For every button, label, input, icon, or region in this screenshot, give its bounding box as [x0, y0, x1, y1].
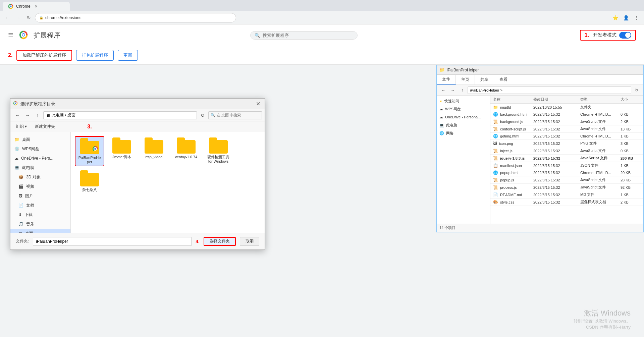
search-box[interactable]: 🔍 [250, 31, 358, 40]
exp-file-row[interactable]: 🖼icon.png 2022/8/15 15:32 PNG 文件 3 KB [490, 140, 643, 147]
sidebar-item-onedrive[interactable]: ☁ OneDrive - Pers... [10, 154, 70, 163]
explorer-tab-home[interactable]: 主页 [456, 75, 475, 85]
exp-file-row[interactable]: 📜process.js 2022/8/15 15:32 JavaScript 文… [490, 184, 643, 191]
filename-label: 文件夹: [16, 238, 29, 244]
file-item-hardware[interactable]: 硬件检测工具 for Windows [204, 136, 233, 166]
file-item-ipaibanprohelper[interactable]: iPaiBanProHelper [75, 136, 104, 166]
explorer-tab-file[interactable]: 文件 [437, 75, 456, 85]
pack-ext-btn[interactable]: 打包扩展程序 [76, 50, 114, 61]
dialog-sidebar: 📁 桌面 💿 WPS网盘 ☁ OneDrive - Pers... 💻 [10, 132, 71, 233]
exp-left-quick-access[interactable]: ★ 快速访问 [437, 97, 490, 105]
dialog-toolbar2: 组织 ▾ 新建文件夹 3. [10, 121, 265, 132]
tab-close-btn[interactable]: ✕ [35, 4, 38, 9]
exp-path-bar[interactable]: iPaiBanProHelper > [468, 87, 631, 94]
dialog-titlebar: 选择扩展程序目录 ✕ [10, 99, 265, 109]
dev-mode-toggle[interactable] [619, 32, 631, 39]
file-item-jmeter[interactable]: Jmeter脚本 [107, 136, 137, 166]
exp-file-row[interactable]: 📄README.md 2022/8/15 15:32 MD 文件 1 KB [490, 191, 643, 199]
exp-filename: getimg.html [500, 134, 519, 138]
exp-file-row[interactable]: 📋manifest.json 2022/8/15 15:32 JSON 文件 1… [490, 162, 643, 169]
sidebar-item-3d[interactable]: 📦 3D 对象 [10, 172, 70, 182]
exp-forward-btn[interactable]: → [449, 86, 457, 94]
file-label: 杂七杂八 [82, 188, 97, 192]
exp-file-row[interactable]: 📜content-script.js 2022/8/15 15:32 JavaS… [490, 125, 643, 133]
profile-btn[interactable]: 👤 [621, 13, 631, 22]
exp-left-wps[interactable]: ☁ WPS网盘 [437, 105, 490, 113]
sidebar-item-wps[interactable]: 💿 WPS网盘 [10, 144, 70, 154]
file-item-misc[interactable]: 杂七杂八 [75, 169, 104, 193]
sidebar-icon: ☁ [14, 156, 18, 161]
file-item-rtsp[interactable]: rtsp_video [139, 136, 169, 166]
explorer-tab-share[interactable]: 共享 [475, 75, 494, 85]
extensions-page: ☰ 扩展程序 🔍 1. 开发者模式 [0, 24, 644, 337]
html-icon: 🌐 [493, 134, 498, 138]
forward-btn[interactable]: → [13, 13, 23, 22]
exp-file-row[interactable]: 📜popup.js 2022/8/15 15:32 JavaScript 文件 … [490, 176, 643, 184]
sidebar-item-video[interactable]: 🎬 视频 [10, 182, 70, 191]
sidebar-icon: 💻 [14, 165, 19, 170]
select-folder-btn[interactable]: 选择文件夹 [204, 237, 236, 246]
new-folder-btn[interactable]: 新建文件夹 [32, 123, 58, 130]
load-unpacked-btn[interactable]: 加载已解压的扩展程序 [16, 50, 72, 61]
sidebar-label: 桌面 [22, 137, 30, 143]
sidebar-item-music[interactable]: 🎵 音乐 [10, 219, 70, 229]
dialog-refresh-btn[interactable]: ↻ [198, 111, 207, 120]
breadcrumb[interactable]: 🖥 此电脑 › 桌面 [43, 111, 197, 119]
exp-date: 2022/8/15 15:32 [533, 200, 580, 204]
exp-date: 2022/8/15 15:32 [533, 127, 580, 131]
exp-size: 3 KB [621, 142, 641, 146]
exp-file-row[interactable]: 🌐background.html 2022/8/15 15:32 Chrome … [490, 111, 643, 118]
dialog-forward-btn[interactable]: → [23, 111, 32, 120]
filename-input[interactable] [33, 237, 192, 246]
reload-btn[interactable]: ↻ [24, 13, 34, 22]
folder-icon: 📁 [493, 105, 498, 110]
exp-back-btn[interactable]: ← [439, 86, 447, 94]
exp-left-thispc[interactable]: 💻 此电脑 [437, 121, 490, 129]
sidebar-item-downloads[interactable]: ⬇ 下载 [10, 210, 70, 219]
organize-btn[interactable]: 组织 ▾ [13, 123, 30, 130]
browser-tab[interactable]: Chrome ✕ [3, 2, 70, 11]
file-item-ventoy[interactable]: ventoy-1.0.74 [171, 136, 201, 166]
menu-btn[interactable]: ⋮ [632, 13, 641, 22]
back-btn[interactable]: ← [3, 13, 12, 22]
sidebar-item-desktop-2[interactable]: 🖥 桌面 [10, 229, 70, 233]
dialog-up-btn[interactable]: ↑ [33, 111, 42, 120]
col-type: 类型 [580, 97, 621, 102]
dialog-back-btn[interactable]: ← [13, 111, 22, 120]
cancel-btn[interactable]: 取消 [240, 237, 259, 246]
dialog-close-btn[interactable]: ✕ [254, 100, 262, 108]
sidebar-label: 下载 [24, 212, 33, 218]
step2-label: 2. [8, 52, 12, 58]
exp-file-row[interactable]: 🌐popup.html 2022/8/15 15:32 Chrome HTML … [490, 169, 643, 176]
exp-left-network[interactable]: 🌐 网络 [437, 129, 490, 137]
exp-file-row[interactable]: 📜background.js 2022/8/15 15:32 JavaScrip… [490, 118, 643, 125]
sidebar-item-pictures[interactable]: 🖼 图片 [10, 191, 70, 201]
sidebar-item-docs[interactable]: 📄 文档 [10, 201, 70, 210]
exp-file-row[interactable]: 📜inject.js 2022/8/15 15:32 JavaScript 文件… [490, 147, 643, 155]
dialog-title: 选择扩展程序目录 [20, 101, 251, 107]
update-btn[interactable]: 更新 [118, 50, 138, 61]
exp-path-text: iPaiBanProHelper > [470, 88, 502, 92]
browser-window: Chrome ✕ ← → ↻ 🔒 chrome://extensions ⭐ 👤… [0, 0, 644, 337]
exp-file-row[interactable]: 🌐getimg.html 2022/8/15 15:32 Chrome HTML… [490, 133, 643, 140]
exp-file-row[interactable]: 📜jquery-1.8.3.js 2022/8/15 15:32 JavaScr… [490, 155, 643, 162]
exp-type: MD 文件 [580, 192, 621, 197]
svg-point-8 [94, 148, 96, 150]
address-bar[interactable]: 🔒 chrome://extensions [35, 13, 236, 22]
exp-file-row[interactable]: 📁imgdld 2022/10/20 15:55 文件夹 [490, 104, 643, 111]
search-input[interactable] [263, 33, 353, 38]
exp-up-btn[interactable]: ↑ [458, 86, 466, 94]
exp-left-onedrive[interactable]: ☁ OneDrive - Persona... [437, 113, 490, 121]
bookmark-btn[interactable]: ⭐ [610, 13, 620, 22]
sidebar-item-thispc[interactable]: 💻 此电脑 [10, 163, 70, 172]
exp-file-row[interactable]: 🎨style.css 2022/8/15 15:32 层叠样式表文档 2 KB [490, 199, 643, 206]
exp-refresh-btn[interactable]: ↻ [633, 86, 641, 94]
explorer-tab-view[interactable]: 查看 [494, 75, 513, 85]
menu-icon[interactable]: ☰ [8, 32, 13, 39]
js-icon: 📜 [493, 127, 498, 131]
sidebar-label: 3D 对象 [26, 174, 41, 180]
sidebar-item-desktop-1[interactable]: 📁 桌面 [10, 135, 70, 144]
dialog-search-box[interactable]: 🔍 在 桌面 中搜索 [208, 111, 262, 119]
exp-filename: process.js [500, 185, 517, 189]
exp-filename: background.html [500, 112, 527, 116]
